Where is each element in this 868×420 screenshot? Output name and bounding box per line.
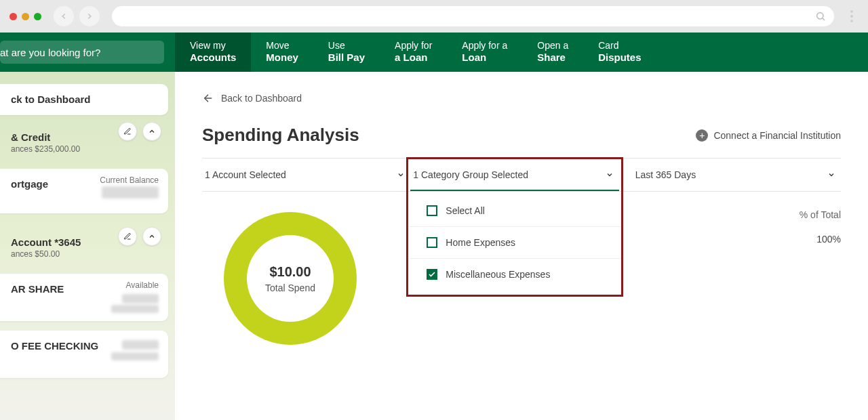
browser-menu-button[interactable] [845, 10, 859, 22]
close-window-icon[interactable] [9, 13, 17, 20]
sidebar-account-checking[interactable]: O FEE CHECKING [0, 331, 168, 378]
filter-daterange[interactable]: Last 365 Days [619, 159, 841, 191]
col-pct: % of Total [800, 209, 841, 220]
dropdown-home-expenses[interactable]: Home Expenses [409, 227, 620, 259]
address-bar[interactable] [112, 6, 834, 26]
checkbox-unchecked-icon [427, 237, 437, 248]
chevron-up-icon[interactable] [142, 227, 161, 246]
dropdown-select-all[interactable]: Select All [409, 195, 620, 227]
edit-icon[interactable] [118, 227, 137, 246]
sidebar-group-account-3645[interactable]: Account *3645 ances $50.00 [0, 230, 168, 266]
nav-apply-loan-2[interactable]: Apply for a Loan [447, 33, 522, 72]
filter-accounts[interactable]: 1 Account Selected [202, 159, 410, 191]
primary-nav: at are you looking for? View my Accounts… [0, 33, 868, 72]
sidebar-account-share[interactable]: AR SHARE Available [0, 274, 168, 321]
window-controls [9, 13, 41, 20]
redacted-balance [122, 294, 159, 303]
nav-billpay[interactable]: Use Bill Pay [313, 33, 380, 72]
sidebar-account-mortgage[interactable]: ortgage Current Balance [0, 169, 168, 213]
redacted-balance [111, 305, 159, 313]
browser-chrome [0, 0, 868, 33]
checkbox-checked-icon [427, 269, 437, 280]
category-dropdown-panel: Select All Home Expenses Miscellaneous E… [409, 195, 620, 290]
redacted-balance [102, 186, 159, 198]
chevron-up-icon[interactable] [142, 122, 161, 141]
back-to-dashboard-link[interactable]: Back to Dashboard [202, 92, 302, 104]
nav-open-share[interactable]: Open a Share [522, 33, 583, 72]
redacted-balance [122, 340, 159, 350]
filter-row: 1 Account Selected 1 Category Group Sele… [202, 158, 841, 192]
main-content: Back to Dashboard Spending Analysis + Co… [175, 72, 868, 420]
nav-disputes[interactable]: Card Disputes [583, 33, 656, 72]
chevron-down-icon [827, 171, 835, 179]
sidebar-group-credit[interactable]: & Credit ances $235,000.00 [0, 125, 168, 161]
edit-icon[interactable] [118, 122, 137, 141]
site-search-input[interactable]: at are you looking for? [0, 41, 164, 64]
maximize-window-icon[interactable] [34, 13, 41, 20]
filter-category[interactable]: 1 Category Group Selected Select All Hom… [410, 159, 618, 191]
page-title: Spending Analysis [202, 125, 359, 146]
chevron-down-icon [606, 171, 614, 179]
browser-back-button[interactable] [54, 6, 74, 26]
svg-point-0 [817, 13, 823, 19]
search-placeholder: at are you looking for? [0, 47, 100, 58]
chevron-down-icon [397, 171, 405, 179]
spending-donut-chart: $10.00 Total Spend [224, 212, 357, 345]
donut-label: Total Spend [265, 282, 315, 293]
donut-amount: $10.00 [269, 264, 311, 280]
nav-money[interactable]: Move Money [251, 33, 313, 72]
nav-accounts[interactable]: View my Accounts [175, 33, 251, 72]
accounts-sidebar: ck to Dashboard & Credit ances $235,000.… [0, 72, 175, 420]
sidebar-back-card[interactable]: ck to Dashboard [0, 84, 168, 115]
svg-line-1 [823, 18, 825, 20]
connect-institution-button[interactable]: + Connect a Financial Institution [696, 129, 841, 142]
checkbox-unchecked-icon [427, 205, 437, 216]
active-underline [410, 190, 618, 191]
redacted-balance [111, 352, 159, 360]
minimize-window-icon[interactable] [22, 13, 29, 20]
search-icon [815, 11, 826, 22]
nav-apply-loan-1[interactable]: Apply for a Loan [380, 33, 447, 72]
plus-circle-icon: + [696, 129, 708, 142]
browser-forward-button[interactable] [79, 6, 100, 26]
dropdown-misc-expenses[interactable]: Miscellaneous Expenses [409, 259, 620, 290]
